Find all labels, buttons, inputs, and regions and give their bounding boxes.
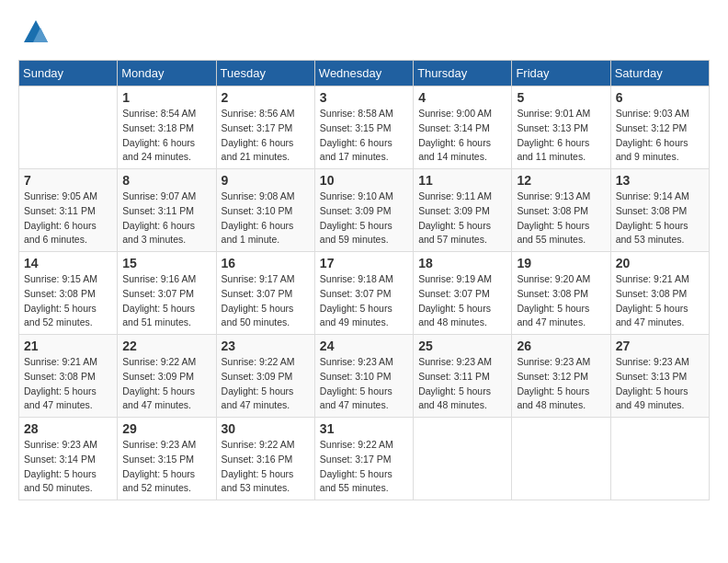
weekday-header-monday: Monday	[118, 61, 216, 86]
day-number: 2	[222, 90, 310, 105]
day-info: Sunrise: 9:10 AM Sunset: 3:09 PM Dayligh…	[320, 190, 408, 247]
week-row-2: 7Sunrise: 9:05 AM Sunset: 3:11 PM Daylig…	[19, 169, 710, 252]
day-info: Sunrise: 9:23 AM Sunset: 3:13 PM Dayligh…	[616, 355, 704, 413]
calendar-cell	[610, 418, 709, 500]
day-info: Sunrise: 9:08 AM Sunset: 3:10 PM Dayligh…	[222, 190, 310, 247]
day-info: Sunrise: 9:22 AM Sunset: 3:16 PM Dayligh…	[222, 438, 310, 496]
week-row-1: 1Sunrise: 8:54 AM Sunset: 3:18 PM Daylig…	[19, 86, 710, 169]
day-number: 6	[616, 90, 704, 105]
day-info: Sunrise: 9:20 AM Sunset: 3:08 PM Dayligh…	[517, 272, 605, 330]
day-number: 12	[517, 173, 605, 188]
day-info: Sunrise: 9:01 AM Sunset: 3:13 PM Dayligh…	[517, 107, 605, 165]
calendar-cell: 25Sunrise: 9:23 AM Sunset: 3:11 PM Dayli…	[414, 335, 512, 418]
calendar-table: SundayMondayTuesdayWednesdayThursdayFrid…	[18, 60, 710, 500]
day-info: Sunrise: 9:18 AM Sunset: 3:07 PM Dayligh…	[320, 272, 408, 330]
day-number: 27	[616, 339, 704, 353]
calendar-cell: 15Sunrise: 9:16 AM Sunset: 3:07 PM Dayli…	[118, 252, 216, 335]
day-number: 14	[24, 256, 112, 270]
week-row-5: 28Sunrise: 9:23 AM Sunset: 3:14 PM Dayli…	[19, 418, 710, 500]
calendar-cell: 5Sunrise: 9:01 AM Sunset: 3:13 PM Daylig…	[512, 86, 610, 169]
day-info: Sunrise: 9:15 AM Sunset: 3:08 PM Dayligh…	[24, 272, 112, 330]
logo	[18, 18, 50, 51]
day-info: Sunrise: 8:54 AM Sunset: 3:18 PM Dayligh…	[122, 107, 210, 165]
calendar-cell: 12Sunrise: 9:13 AM Sunset: 3:08 PM Dayli…	[512, 169, 610, 252]
day-info: Sunrise: 8:56 AM Sunset: 3:17 PM Dayligh…	[222, 107, 310, 165]
weekday-header-wednesday: Wednesday	[314, 61, 413, 86]
day-number: 8	[122, 173, 210, 188]
day-number: 3	[320, 90, 408, 105]
weekday-header-friday: Friday	[512, 61, 610, 86]
calendar-cell	[414, 418, 512, 500]
calendar-cell: 14Sunrise: 9:15 AM Sunset: 3:08 PM Dayli…	[19, 252, 118, 335]
day-number: 1	[122, 90, 210, 105]
calendar-cell: 20Sunrise: 9:21 AM Sunset: 3:08 PM Dayli…	[610, 252, 709, 335]
calendar-cell: 7Sunrise: 9:05 AM Sunset: 3:11 PM Daylig…	[19, 169, 118, 252]
calendar-cell: 1Sunrise: 8:54 AM Sunset: 3:18 PM Daylig…	[118, 86, 216, 169]
day-info: Sunrise: 9:13 AM Sunset: 3:08 PM Dayligh…	[517, 190, 605, 247]
day-number: 26	[517, 339, 605, 353]
calendar-cell: 23Sunrise: 9:22 AM Sunset: 3:09 PM Dayli…	[216, 335, 314, 418]
day-number: 15	[122, 256, 210, 270]
day-number: 19	[517, 256, 605, 270]
day-number: 25	[418, 339, 506, 353]
calendar-cell: 10Sunrise: 9:10 AM Sunset: 3:09 PM Dayli…	[314, 169, 413, 252]
page-header	[18, 18, 710, 51]
day-info: Sunrise: 9:22 AM Sunset: 3:17 PM Dayligh…	[320, 438, 408, 496]
day-number: 31	[320, 421, 408, 436]
day-number: 18	[418, 256, 506, 270]
weekday-header-thursday: Thursday	[414, 61, 512, 86]
calendar-cell: 2Sunrise: 8:56 AM Sunset: 3:17 PM Daylig…	[216, 86, 314, 169]
day-info: Sunrise: 9:05 AM Sunset: 3:11 PM Dayligh…	[24, 190, 112, 247]
calendar-cell: 9Sunrise: 9:08 AM Sunset: 3:10 PM Daylig…	[216, 169, 314, 252]
weekday-header-row: SundayMondayTuesdayWednesdayThursdayFrid…	[19, 61, 710, 86]
day-info: Sunrise: 9:07 AM Sunset: 3:11 PM Dayligh…	[122, 190, 210, 247]
calendar-cell: 18Sunrise: 9:19 AM Sunset: 3:07 PM Dayli…	[414, 252, 512, 335]
logo-icon	[22, 18, 50, 46]
day-number: 30	[222, 421, 310, 436]
day-info: Sunrise: 9:21 AM Sunset: 3:08 PM Dayligh…	[616, 272, 704, 330]
calendar-cell: 27Sunrise: 9:23 AM Sunset: 3:13 PM Dayli…	[610, 335, 709, 418]
day-info: Sunrise: 9:16 AM Sunset: 3:07 PM Dayligh…	[122, 272, 210, 330]
day-number: 4	[418, 90, 506, 105]
day-number: 20	[616, 256, 704, 270]
day-info: Sunrise: 9:23 AM Sunset: 3:12 PM Dayligh…	[517, 355, 605, 413]
day-info: Sunrise: 9:17 AM Sunset: 3:07 PM Dayligh…	[222, 272, 310, 330]
calendar-cell: 26Sunrise: 9:23 AM Sunset: 3:12 PM Dayli…	[512, 335, 610, 418]
day-info: Sunrise: 9:23 AM Sunset: 3:15 PM Dayligh…	[122, 438, 210, 496]
calendar-cell	[512, 418, 610, 500]
calendar-cell: 22Sunrise: 9:22 AM Sunset: 3:09 PM Dayli…	[118, 335, 216, 418]
day-number: 24	[320, 339, 408, 353]
calendar-cell: 4Sunrise: 9:00 AM Sunset: 3:14 PM Daylig…	[414, 86, 512, 169]
weekday-header-tuesday: Tuesday	[216, 61, 314, 86]
day-number: 17	[320, 256, 408, 270]
calendar-cell: 8Sunrise: 9:07 AM Sunset: 3:11 PM Daylig…	[118, 169, 216, 252]
day-info: Sunrise: 9:23 AM Sunset: 3:10 PM Dayligh…	[320, 355, 408, 413]
calendar-cell: 19Sunrise: 9:20 AM Sunset: 3:08 PM Dayli…	[512, 252, 610, 335]
day-number: 28	[24, 421, 112, 436]
calendar-cell: 28Sunrise: 9:23 AM Sunset: 3:14 PM Dayli…	[19, 418, 118, 500]
weekday-header-sunday: Sunday	[19, 61, 118, 86]
calendar-cell	[19, 86, 118, 169]
day-number: 5	[517, 90, 605, 105]
day-info: Sunrise: 9:00 AM Sunset: 3:14 PM Dayligh…	[418, 107, 506, 165]
day-number: 22	[122, 339, 210, 353]
calendar-cell: 16Sunrise: 9:17 AM Sunset: 3:07 PM Dayli…	[216, 252, 314, 335]
calendar-cell: 21Sunrise: 9:21 AM Sunset: 3:08 PM Dayli…	[19, 335, 118, 418]
calendar-cell: 30Sunrise: 9:22 AM Sunset: 3:16 PM Dayli…	[216, 418, 314, 500]
weekday-header-saturday: Saturday	[610, 61, 709, 86]
calendar-cell: 6Sunrise: 9:03 AM Sunset: 3:12 PM Daylig…	[610, 86, 709, 169]
day-info: Sunrise: 9:19 AM Sunset: 3:07 PM Dayligh…	[418, 272, 506, 330]
day-info: Sunrise: 9:22 AM Sunset: 3:09 PM Dayligh…	[222, 355, 310, 413]
day-number: 10	[320, 173, 408, 188]
day-info: Sunrise: 9:03 AM Sunset: 3:12 PM Dayligh…	[616, 107, 704, 165]
day-number: 21	[24, 339, 112, 353]
calendar-cell: 29Sunrise: 9:23 AM Sunset: 3:15 PM Dayli…	[118, 418, 216, 500]
week-row-3: 14Sunrise: 9:15 AM Sunset: 3:08 PM Dayli…	[19, 252, 710, 335]
day-info: Sunrise: 8:58 AM Sunset: 3:15 PM Dayligh…	[320, 107, 408, 165]
day-info: Sunrise: 9:22 AM Sunset: 3:09 PM Dayligh…	[122, 355, 210, 413]
day-number: 9	[222, 173, 310, 188]
day-number: 23	[222, 339, 310, 353]
calendar-cell: 24Sunrise: 9:23 AM Sunset: 3:10 PM Dayli…	[314, 335, 413, 418]
day-number: 7	[24, 173, 112, 188]
day-info: Sunrise: 9:23 AM Sunset: 3:14 PM Dayligh…	[24, 438, 112, 496]
